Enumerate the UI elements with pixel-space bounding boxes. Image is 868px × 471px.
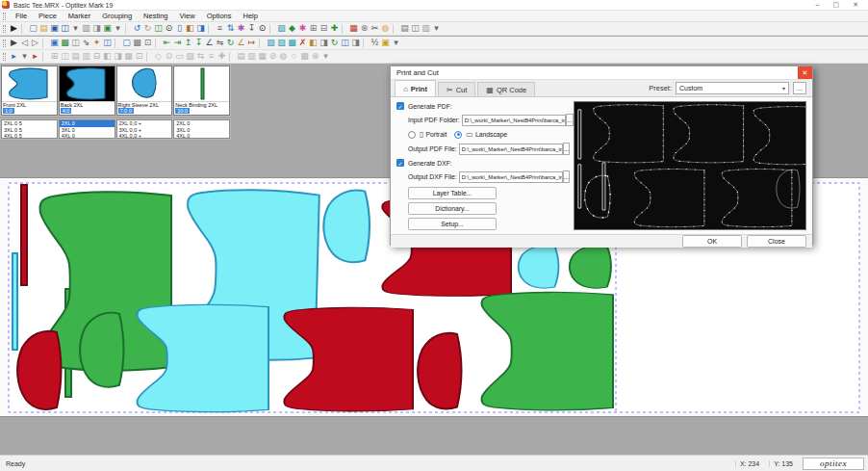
output-dxf-file-field[interactable]: D:\_work\_Marker\_NestB4Print\barca_ima <box>459 171 563 183</box>
toolbar-icon-fold-piece[interactable]: ▧ <box>266 38 276 49</box>
toolbar-grip[interactable] <box>3 13 6 20</box>
toolbar-icon-snap[interactable]: ⊡ <box>142 38 153 49</box>
toolbar-icon-nest-settings[interactable]: ▩ <box>60 38 70 49</box>
input-pdf-folder-field[interactable]: D:\_work\_Marker\_NestB4Print\barca_im <box>462 115 566 126</box>
toolbar-icon-tools[interactable]: ✱ <box>236 23 246 35</box>
toolbar-icon-align[interactable]: ⊟ <box>319 23 329 35</box>
toolbar-icon-flip-piece[interactable]: ⇋ <box>215 38 225 49</box>
tab-qr-code[interactable]: ▦ QR Code <box>477 82 535 96</box>
toolbar-icon-nest-report[interactable]: ◫ <box>70 38 81 49</box>
piece-cell-neck-binding[interactable]: Neck Binding 2XL 10:0 <box>173 65 230 116</box>
toolbar-icon-slide-piece[interactable]: ↦ <box>246 38 257 49</box>
toolbar-icon-fabric-spread[interactable]: ▨ <box>276 23 287 35</box>
toolbar-icon-send-to-marker[interactable]: ◨ <box>195 23 206 35</box>
toolbar-icon-unlock-piece[interactable]: ◨ <box>319 38 329 49</box>
menu-item-view[interactable]: View <box>175 11 200 21</box>
size-row[interactable]: 4XL 0 <box>60 133 115 140</box>
browse-output-dxf-button[interactable]: ... <box>563 170 571 183</box>
toolbar-icon-add-tool[interactable]: ✚ <box>217 51 227 63</box>
tab-print[interactable]: ⌂ Print <box>395 80 436 96</box>
landscape-radio[interactable] <box>454 131 462 139</box>
menu-item-help[interactable]: Help <box>238 11 262 21</box>
size-row[interactable]: 4XL 0,0 + <box>117 133 172 140</box>
toolbar-icon-layer-off[interactable]: ⊘ <box>268 51 278 63</box>
toolbar-icon-rotate-left[interactable]: ∠ <box>204 38 215 49</box>
toolbar-icon-layer-ring[interactable]: ○ <box>289 51 299 63</box>
toolbar-grip[interactable] <box>3 39 6 47</box>
toolbar-icon-move-left[interactable]: ⇤ <box>162 38 172 49</box>
toolbar-icon-measure[interactable]: ◍ <box>380 23 391 35</box>
toolbar-icon-find-piece[interactable]: ⊙ <box>164 23 174 35</box>
menu-item-file[interactable]: File <box>11 11 32 21</box>
toolbar-icon-order-list[interactable]: ≡ <box>215 23 225 35</box>
toolbar-icon-size-select[interactable]: ▸ <box>9 51 19 63</box>
toolbar-icon-ungroup-pieces[interactable]: ◨ <box>350 38 361 49</box>
toolbar-grip[interactable] <box>3 25 6 33</box>
toolbar-icon-marker-sheet[interactable]: ▦ <box>348 23 359 35</box>
toolbar-icon-print[interactable]: ▥ <box>81 23 91 35</box>
toolbar-icon-move-up[interactable]: ↥ <box>183 38 193 49</box>
maximize-icon[interactable]: ▢ <box>833 1 840 9</box>
preset-dropdown[interactable]: Custom ▾ <box>676 82 789 94</box>
toolbar-icon-drill-tool[interactable]: ⊙ <box>164 51 174 63</box>
toolbar-icon-window-view[interactable]: ▢ <box>121 38 132 49</box>
toolbar-icon-grade-copy[interactable]: ◫ <box>60 51 70 63</box>
generate-pdf-checkbox[interactable]: ✓ <box>396 102 404 110</box>
piece-cell-back[interactable]: Back 2XL 4:0 <box>59 65 115 116</box>
toolbar-icon-notch-tool[interactable]: ◇ <box>153 51 164 63</box>
toolbar-icon-grade-right[interactable]: ◨ <box>113 51 123 63</box>
toolbar-icon-save[interactable]: ▣ <box>49 23 60 35</box>
toolbar-icon-dropdown-arrow[interactable]: ▾ <box>320 51 331 63</box>
generate-dxf-checkbox[interactable]: ✓ <box>396 159 404 167</box>
toolbar-icon-size-step[interactable]: ▸ <box>30 51 40 63</box>
toolbar-icon-refresh-nest[interactable]: ↻ <box>329 38 340 49</box>
toolbar-icon-piece-properties[interactable]: ▯ <box>174 23 185 35</box>
toolbar-icon-exclude[interactable]: ⊗ <box>359 23 370 35</box>
preset-more-button[interactable]: ... <box>793 82 806 94</box>
menu-item-grouping[interactable]: Grouping <box>97 11 137 21</box>
close-button[interactable]: Close <box>747 235 806 248</box>
toolbar-icon-seam-tool[interactable]: ▭ <box>174 51 185 63</box>
toolbar-icon-step-forward[interactable]: ▷ <box>30 38 40 49</box>
minimize-icon[interactable]: – <box>816 1 820 9</box>
toolbar-icon-buffer-piece[interactable]: ▣ <box>380 38 391 49</box>
toolbar-icon-grade-left[interactable]: ◧ <box>102 51 113 63</box>
dictionary-button[interactable]: Dictionary... <box>408 202 497 215</box>
toolbar-icon-report[interactable]: ▥ <box>421 23 431 35</box>
toolbar-icon-grade-table[interactable]: ⊞ <box>49 51 60 63</box>
toolbar-grip[interactable] <box>3 53 6 61</box>
toolbar-icon-auto-nest[interactable]: ▣ <box>49 38 60 49</box>
toolbar-icon-magic-wand[interactable]: ✦ <box>91 38 102 49</box>
toolbar-icon-layer-a[interactable]: ▤ <box>236 51 246 63</box>
toolbar-icon-swap-tool[interactable]: ⇆ <box>195 51 206 63</box>
portrait-radio[interactable] <box>408 131 416 139</box>
piece-cell-right-sleeve[interactable]: Right Sleeve 2XL 7:0 0 <box>116 65 173 116</box>
toolbar-icon-unfold-piece[interactable]: ▨ <box>276 38 287 49</box>
toolbar-icon-pair-pieces[interactable]: ▩ <box>287 38 297 49</box>
tab-cut[interactable]: ✂ Cut <box>438 82 475 96</box>
toolbar-icon-dropdown-arrow[interactable]: ▾ <box>113 23 123 35</box>
browse-input-pdf-button[interactable]: ... <box>566 114 574 126</box>
output-pdf-file-field[interactable]: D:\_work\_Marker\_NestB4Print\barca_ima <box>459 144 563 155</box>
size-row[interactable]: 4XL 0 <box>174 133 229 140</box>
toolbar-icon-list-tool[interactable]: ≡ <box>206 51 217 63</box>
browse-output-pdf-button[interactable]: ... <box>563 143 571 155</box>
toolbar-icon-grade-snap[interactable]: ⊡ <box>134 51 144 63</box>
toolbar-icon-save-all[interactable]: ◫ <box>60 23 70 35</box>
ok-button[interactable]: OK <box>682 235 742 248</box>
menu-item-piece[interactable]: Piece <box>34 11 62 21</box>
toolbar-icon-layer-c[interactable]: ▦ <box>257 51 268 63</box>
toolbar-icon-select-cursor[interactable]: ▶ <box>9 23 19 35</box>
toolbar-icon-dropdown-arrow[interactable]: ▾ <box>431 23 442 35</box>
toolbar-icon-group-pieces[interactable]: ◫ <box>340 38 350 49</box>
toolbar-icon-layer-dot[interactable]: ◍ <box>278 51 289 63</box>
toolbar-icon-dropdown-arrow[interactable]: ▾ <box>391 38 401 49</box>
toolbar-icon-play-nest[interactable]: ▶ <box>9 38 19 49</box>
toolbar-icon-lock-piece[interactable]: ◧ <box>308 38 319 49</box>
menu-item-marker[interactable]: Marker <box>64 11 95 21</box>
toolbar-icon-print-preview[interactable]: ◨ <box>91 23 102 35</box>
toolbar-icon-dropdown-arrow[interactable]: ▾ <box>19 51 30 63</box>
toolbar-icon-pointer-move[interactable]: ⇘ <box>81 38 91 49</box>
toolbar-icon-print-marker[interactable]: ◫ <box>410 23 421 35</box>
toolbar-icon-open-model[interactable]: ◧ <box>185 23 195 35</box>
